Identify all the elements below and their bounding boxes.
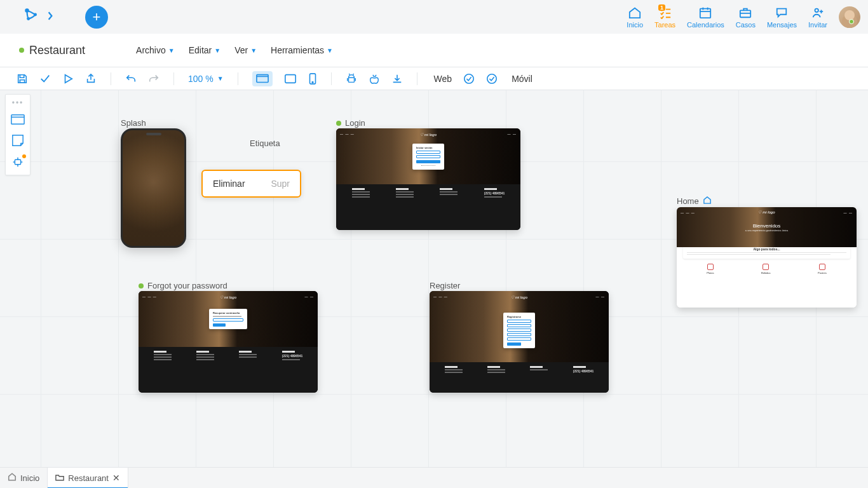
- avatar-wrap[interactable]: [839, 6, 860, 28]
- presence-dot: [849, 19, 854, 24]
- user-avatar: [839, 6, 860, 28]
- ctx-eliminar[interactable]: Eliminar Supr: [203, 171, 300, 196]
- svg-rect-3: [700, 8, 710, 18]
- top-nav: Inicio 1 Tareas Calendarios Casos Mensaj…: [627, 6, 860, 29]
- status-dot-icon: [139, 283, 144, 288]
- check-button[interactable]: [39, 73, 51, 85]
- palette-browser-button[interactable]: [11, 114, 25, 128]
- separator: [238, 72, 238, 85]
- home-outline-icon: [703, 196, 712, 206]
- desktop-view-button[interactable]: [252, 71, 273, 86]
- home-icon-platos: Platos: [707, 271, 714, 274]
- home-label-text: Home: [677, 196, 699, 206]
- app-bar: + Inicio 1 Tareas Calendarios Casos Mens…: [0, 0, 868, 34]
- home-icon-bebidas: Bebidas: [761, 271, 770, 274]
- screen-label-login[interactable]: Login: [336, 118, 365, 128]
- screen-label-forgot[interactable]: Forgot your password: [139, 281, 227, 290]
- palette-flow-button[interactable]: [11, 156, 25, 171]
- context-label: Etiqueta: [250, 139, 280, 148]
- nav-invitar-label: Invitar: [808, 21, 827, 29]
- share-button[interactable]: [85, 73, 97, 85]
- svg-rect-7: [285, 74, 295, 83]
- forgot-footer-phone: (221) 4896541: [282, 354, 303, 358]
- menu-bar: Archivo▼ Editar▼ Ver▼ Herramientas▼: [136, 45, 333, 55]
- new-button[interactable]: +: [85, 6, 108, 29]
- home-icon-postres: Postres: [818, 271, 827, 274]
- nav-inicio[interactable]: Inicio: [627, 6, 643, 29]
- screen-register[interactable]: ♡ mi logo — — — — — Registrarse (221) 48…: [430, 291, 609, 393]
- menu-editar-label: Editar: [189, 45, 212, 55]
- svg-point-5: [815, 8, 818, 11]
- login-footer-phone: (221) 4896541: [484, 191, 505, 195]
- android-button[interactable]: [346, 73, 357, 85]
- splash-preview: [123, 130, 184, 246]
- home-icon: [628, 6, 642, 20]
- menu-ver-label: Ver: [234, 45, 248, 55]
- svg-rect-18: [11, 115, 24, 125]
- register-modal-title: Registrarse: [507, 315, 531, 318]
- web-mode-label: Web: [434, 74, 452, 84]
- menu-ver[interactable]: Ver▼: [234, 45, 257, 55]
- play-button[interactable]: [62, 73, 74, 85]
- menu-editar[interactable]: Editar▼: [189, 45, 220, 55]
- login-label-text: Login: [345, 118, 365, 128]
- redo-button[interactable]: [148, 73, 159, 85]
- zoom-value: 100 %: [188, 74, 214, 84]
- invite-icon: [811, 6, 825, 20]
- tab-restaurant[interactable]: Restaurant ✕: [48, 468, 128, 488]
- nav-mensajes-label: Mensajes: [767, 21, 797, 29]
- menu-herramientas[interactable]: Herramientas▼: [271, 45, 333, 55]
- screen-login[interactable]: ♡ mi logo — — — — — Iniciar sesión (221)…: [336, 128, 520, 230]
- web-check-icon[interactable]: [463, 73, 475, 85]
- app-logo-icon: [23, 6, 39, 27]
- palette-note-button[interactable]: [11, 134, 24, 149]
- tab-close-icon[interactable]: ✕: [112, 473, 120, 483]
- register-label-text: Register: [430, 281, 460, 290]
- save-button[interactable]: [17, 73, 28, 85]
- mobile-view-button[interactable]: [308, 73, 317, 85]
- nav-invitar[interactable]: Invitar: [808, 6, 827, 29]
- screen-label-splash[interactable]: Splash: [121, 118, 146, 128]
- screen-label-home[interactable]: Home: [677, 196, 712, 206]
- nav-casos[interactable]: Casos: [736, 6, 756, 29]
- forgot-preview: ♡ mi logo — — — — — Recuperar contraseña…: [139, 291, 318, 393]
- screen-forgot[interactable]: ♡ mi logo — — — — — Recuperar contraseña…: [139, 291, 318, 393]
- canvas[interactable]: Splash Login ♡ mi logo — — — — — Iniciar…: [0, 90, 868, 467]
- svg-point-9: [312, 81, 313, 83]
- tablet-view-button[interactable]: [284, 74, 297, 84]
- nav-mensajes[interactable]: Mensajes: [767, 6, 797, 29]
- status-dot-icon: [336, 121, 341, 126]
- ctx-eliminar-shortcut: Supr: [271, 179, 290, 189]
- separator: [417, 72, 417, 85]
- login-modal-title: Iniciar sesión: [416, 146, 440, 149]
- screen-home[interactable]: ♡ mi logo — — — — — Bienvenidos a una ex…: [677, 207, 857, 308]
- screen-label-register[interactable]: Register: [430, 281, 460, 290]
- zoom-dropdown[interactable]: 100 %▼: [188, 74, 224, 84]
- doc-title[interactable]: Restaurant: [29, 44, 85, 57]
- nav-calendarios-label: Calendarios: [687, 21, 724, 29]
- separator: [173, 72, 174, 85]
- movil-check-icon[interactable]: [486, 73, 498, 85]
- menu-herramientas-label: Herramientas: [271, 45, 324, 55]
- undo-button[interactable]: [125, 73, 137, 85]
- screen-splash[interactable]: [121, 128, 186, 248]
- apple-button[interactable]: [369, 73, 380, 85]
- forgot-label-text: Forgot your password: [147, 281, 227, 290]
- home-tab-icon: [8, 473, 17, 483]
- nav-tareas[interactable]: 1 Tareas: [654, 6, 675, 29]
- palette-grip-icon[interactable]: •••: [12, 98, 24, 107]
- doc-status-dot: [19, 48, 24, 53]
- tab-inicio[interactable]: Inicio: [0, 468, 48, 488]
- download-button[interactable]: [391, 73, 403, 85]
- svg-rect-6: [257, 74, 268, 82]
- tab-restaurant-label: Restaurant: [68, 473, 109, 483]
- logo-area: [8, 0, 69, 34]
- nav-calendarios[interactable]: Calendarios: [687, 6, 724, 29]
- register-preview: ♡ mi logo — — — — — Registrarse (221) 48…: [430, 291, 609, 393]
- nav-tareas-label: Tareas: [654, 21, 675, 29]
- home-preview: ♡ mi logo — — — — — Bienvenidos a una ex…: [677, 207, 857, 308]
- expand-sidebar-icon[interactable]: [47, 10, 53, 24]
- menu-archivo[interactable]: Archivo▼: [136, 45, 175, 55]
- ctx-eliminar-label: Eliminar: [213, 179, 245, 189]
- login-preview: ♡ mi logo — — — — — Iniciar sesión (221)…: [336, 128, 520, 230]
